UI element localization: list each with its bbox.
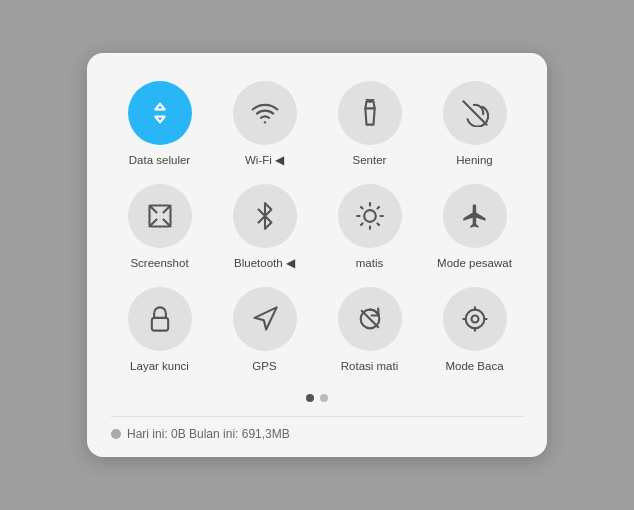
svg-line-7 xyxy=(163,206,170,213)
icon-senter xyxy=(338,81,402,145)
tile-kecerahan[interactable]: matis xyxy=(321,184,418,271)
tile-senter[interactable]: Senter xyxy=(321,81,418,168)
label-gps: GPS xyxy=(252,359,276,374)
icon-rotasi-mati xyxy=(338,287,402,351)
svg-line-17 xyxy=(360,223,362,225)
tile-mode-baca[interactable]: Mode Baca xyxy=(426,287,523,374)
dot-1[interactable] xyxy=(306,394,314,402)
dot-2[interactable] xyxy=(320,394,328,402)
tile-gps[interactable]: GPS xyxy=(216,287,313,374)
icon-hening xyxy=(443,81,507,145)
svg-point-24 xyxy=(471,315,478,322)
icon-layar-kunci xyxy=(128,287,192,351)
tile-rotasi-mati[interactable]: Rotasi mati xyxy=(321,287,418,374)
svg-line-13 xyxy=(360,207,362,209)
icon-data-seluler xyxy=(128,81,192,145)
icon-bluetooth xyxy=(233,184,297,248)
footer-indicator xyxy=(111,429,121,439)
svg-point-10 xyxy=(364,210,376,222)
tile-mode-pesawat[interactable]: Mode pesawat xyxy=(426,184,523,271)
label-mode-baca: Mode Baca xyxy=(445,359,503,374)
svg-point-0 xyxy=(263,121,265,123)
icon-kecerahan xyxy=(338,184,402,248)
svg-line-18 xyxy=(377,207,379,209)
label-layar-kunci: Layar kunci xyxy=(130,359,189,374)
label-screenshot: Screenshot xyxy=(130,256,188,271)
svg-marker-20 xyxy=(254,307,276,329)
label-rotasi-mati: Rotasi mati xyxy=(341,359,399,374)
icon-screenshot xyxy=(128,184,192,248)
footer-usage-text: Hari ini: 0B Bulan ini: 691,3MB xyxy=(127,427,290,441)
label-wifi: Wi-Fi ◀ xyxy=(245,153,284,168)
tile-layar-kunci[interactable]: Layar kunci xyxy=(111,287,208,374)
svg-point-23 xyxy=(465,310,484,329)
footer-data-usage: Hari ini: 0B Bulan ini: 691,3MB xyxy=(111,416,523,441)
svg-line-9 xyxy=(163,220,170,227)
icon-wifi xyxy=(233,81,297,145)
tile-hening[interactable]: Hening xyxy=(426,81,523,168)
tile-bluetooth[interactable]: Bluetooth ◀ xyxy=(216,184,313,271)
label-data-seluler: Data seluler xyxy=(129,153,190,168)
page-dots xyxy=(111,394,523,402)
tile-data-seluler[interactable]: Data seluler xyxy=(111,81,208,168)
svg-line-14 xyxy=(377,223,379,225)
tile-wifi[interactable]: Wi-Fi ◀ xyxy=(216,81,313,168)
svg-line-6 xyxy=(149,206,156,213)
svg-line-8 xyxy=(149,220,156,227)
svg-rect-19 xyxy=(151,318,167,331)
quick-settings-panel: Data seluler Wi-Fi ◀ xyxy=(87,53,547,457)
tile-screenshot[interactable]: Screenshot xyxy=(111,184,208,271)
icon-mode-pesawat xyxy=(443,184,507,248)
icon-gps xyxy=(233,287,297,351)
svg-line-22 xyxy=(361,311,377,327)
label-senter: Senter xyxy=(353,153,387,168)
label-mode-pesawat: Mode pesawat xyxy=(437,256,512,271)
label-kecerahan: matis xyxy=(356,256,383,271)
tiles-grid: Data seluler Wi-Fi ◀ xyxy=(111,81,523,374)
icon-mode-baca xyxy=(443,287,507,351)
label-bluetooth: Bluetooth ◀ xyxy=(234,256,295,271)
label-hening: Hening xyxy=(456,153,492,168)
